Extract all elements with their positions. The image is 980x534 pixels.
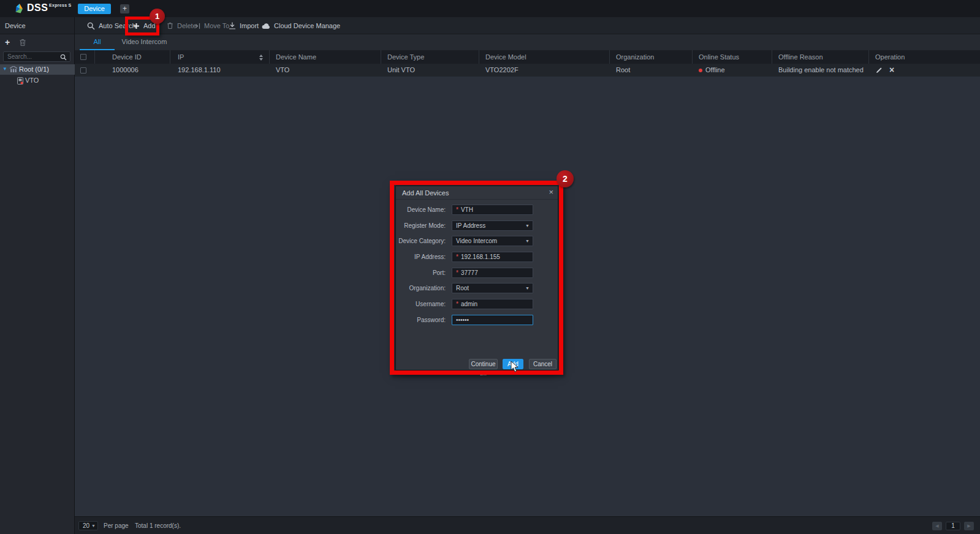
new-tab-button[interactable]: + <box>120 4 129 13</box>
delete-icon <box>167 22 173 29</box>
total-records: Total 1 record(s). <box>135 517 181 534</box>
tab-video-intercom[interactable]: Video Intercom <box>121 34 167 50</box>
device-icon <box>17 77 23 85</box>
per-page-value: 20 <box>83 522 89 529</box>
cell-device-id: 1000006 <box>95 64 170 77</box>
import-button[interactable]: Import <box>229 17 259 34</box>
search-icon[interactable] <box>60 54 67 61</box>
annotation-step-1: 1 <box>150 9 165 24</box>
sidebar-item-vto[interactable]: VTO <box>0 75 75 86</box>
device-sidebar: Device + Search... ▼ Root (0/1) VTO <box>0 17 75 534</box>
auto-search-icon <box>87 22 95 30</box>
per-page-label: Per page <box>104 517 129 534</box>
device-toolbar: Auto Search Add Delete Move To Import <box>75 17 980 34</box>
move-to-button[interactable]: Move To <box>193 17 229 34</box>
search-placeholder: Search... <box>7 52 32 61</box>
row-checkbox[interactable] <box>80 67 86 73</box>
per-page-caret-icon: ▼ <box>91 522 96 530</box>
remove-icon[interactable]: × <box>889 64 894 77</box>
tab-all[interactable]: All <box>80 34 115 50</box>
sidebar-title: Device <box>0 17 74 34</box>
cell-device-model: VTO2202F <box>479 64 610 77</box>
header-organization[interactable]: Organization <box>610 50 693 64</box>
current-page[interactable]: 1 <box>946 522 960 530</box>
annotation-step-2: 2 <box>556 170 574 187</box>
row-select-cell[interactable] <box>75 64 95 77</box>
header-device-id[interactable]: Device ID <box>95 50 170 64</box>
annotation-box-dialog <box>390 181 563 375</box>
header-device-type[interactable]: Device Type <box>381 50 479 64</box>
tab-device[interactable]: Device <box>78 4 111 14</box>
tree-expand-icon[interactable]: ▼ <box>2 66 7 72</box>
import-label: Import <box>240 22 259 29</box>
window-titlebar: DSS Express S Device + 0 − × <box>0 0 980 17</box>
table-header: Device ID IP Device Name Device Type Dev… <box>75 50 980 64</box>
import-icon <box>229 22 236 29</box>
add-org-icon[interactable]: + <box>5 37 10 47</box>
cell-device-type: Unit VTO <box>381 64 479 77</box>
app-logo: DSS <box>27 2 48 13</box>
header-online-status[interactable]: Online Status <box>693 50 772 64</box>
move-to-icon <box>193 23 200 29</box>
cell-ip: 192.168.1.110 <box>170 64 270 77</box>
device-tabs: All Video Intercom <box>75 34 980 50</box>
cell-online-status: Offline <box>693 64 772 77</box>
sidebar-item-root[interactable]: ▼ Root (0/1) <box>0 64 75 75</box>
cell-organization: Root <box>610 64 693 77</box>
online-status-text: Offline <box>705 66 725 73</box>
cell-device-name: VTO <box>270 64 381 77</box>
sort-icon[interactable] <box>259 55 263 61</box>
delete-button[interactable]: Delete <box>167 17 197 34</box>
header-select-all[interactable] <box>75 50 95 64</box>
edit-icon[interactable] <box>876 67 883 73</box>
sidebar-actions: + <box>0 37 74 50</box>
per-page-select[interactable]: 20 ▼ <box>78 521 98 530</box>
next-page-button[interactable]: ▶ <box>964 522 974 530</box>
cell-operation: × <box>869 64 980 77</box>
header-ip[interactable]: IP <box>170 50 270 64</box>
header-offline-reason[interactable]: Offline Reason <box>772 50 869 64</box>
delete-org-icon[interactable] <box>19 39 26 47</box>
table-row[interactable]: 1000006 192.168.1.110 VTO Unit VTO VTO22… <box>75 64 980 77</box>
header-device-name[interactable]: Device Name <box>270 50 381 64</box>
prev-page-button[interactable]: ◀ <box>932 522 942 530</box>
sidebar-item-vto-label: VTO <box>25 75 39 86</box>
cloud-icon <box>262 23 270 29</box>
offline-status-dot <box>699 69 702 72</box>
header-device-model[interactable]: Device Model <box>479 50 610 64</box>
cell-offline-reason: Building enable not matched <box>772 64 869 77</box>
search-input[interactable]: Search... <box>3 51 70 62</box>
cloud-device-manage-button[interactable]: Cloud Device Manage <box>262 17 340 34</box>
move-to-label: Move To <box>204 22 229 29</box>
header-operation: Operation <box>869 50 980 64</box>
organization-icon <box>10 66 17 73</box>
cloud-device-manage-label: Cloud Device Manage <box>274 22 340 29</box>
mouse-cursor <box>511 361 519 373</box>
pagination-bar: 20 ▼ Per page Total 1 record(s). ◀ 1 ▶ <box>75 516 980 534</box>
select-all-checkbox[interactable] <box>80 54 86 60</box>
app-logo-edition: Express S <box>49 3 72 7</box>
sidebar-item-root-label: Root (0/1) <box>19 64 49 75</box>
dss-logo-icon <box>14 3 25 14</box>
